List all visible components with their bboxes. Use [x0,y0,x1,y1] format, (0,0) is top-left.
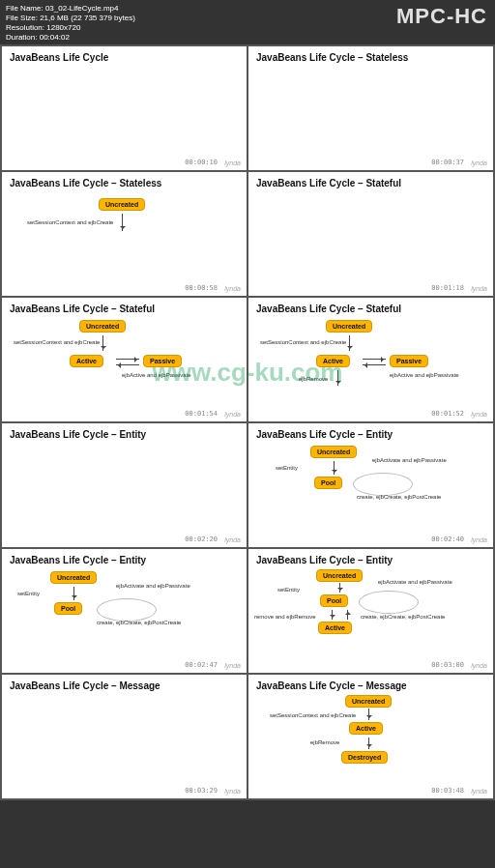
thumb-timestamp: 00:01:54 [185,410,218,418]
label-activate-passivate: ejbActive and ejbPassivate [390,372,459,378]
label-activate-passivate: ejbActivate and ejbPassivate [116,583,190,589]
brand-logo: lynda [224,411,241,418]
label-remove: ejbRemove [299,376,328,382]
state-pool: Pool [54,602,82,615]
lifecycle-diagram: Uncreated setEntity ejbActivate and ejbP… [10,569,239,662]
app-logo: MPC-HC [396,4,487,29]
state-uncreated: Uncreated [79,320,126,333]
state-active: Active [316,355,350,367]
arrow-down-icon [73,587,74,600]
thumb-1[interactable]: JavaBeans Life Cycle 00:00:10 lynda [2,46,247,170]
media-meta: File Name: 03_02-LifeCycle.mp4 File Size… [6,4,135,43]
arrow-up-icon [347,610,348,620]
label-activate-passivate: ejbActivate and ejbPassivate [372,457,447,463]
arrow-down-icon [337,370,338,386]
state-uncreated: Uncreated [326,320,372,333]
thumb-11[interactable]: JavaBeans Life Cycle – Message 00:03:29 … [2,675,247,798]
slide-title: JavaBeans Life Cycle – Stateful [256,304,485,314]
lifecycle-diagram: Uncreated setEntity ejbActivate and ejbP… [256,444,485,536]
state-active: Active [349,722,383,735]
arrow-left-icon [363,364,386,365]
thumb-timestamp: 00:02:20 [185,535,218,543]
arrow-left-icon [116,364,139,365]
slide-title: JavaBeans Life Cycle – Stateless [10,178,239,188]
thumb-timestamp: 00:01:52 [431,410,464,418]
slide-title: JavaBeans Life Cycle – Entity [256,555,485,565]
state-pool: Pool [314,477,342,489]
label-create: create, ejbCreate, ejbPostCreate [361,614,445,620]
arrow-down-icon [368,709,369,720]
lifecycle-diagram: Uncreated setSessionContext and ejbCreat… [10,318,239,411]
arrow-down-icon [332,610,333,620]
arrow-down-icon [339,583,340,593]
thumb-5[interactable]: JavaBeans Life Cycle – Stateful Uncreate… [2,298,247,421]
slide-title: JavaBeans Life Cycle – Message [10,680,239,691]
slide-title: JavaBeans Life Cycle – Stateless [256,52,485,63]
brand-logo: lynda [224,536,241,543]
brand-logo: lynda [471,411,487,418]
label-create: create, ejbCreate, ejbPostCreate [97,620,181,625]
state-uncreated: Uncreated [310,446,357,458]
thumbnail-grid: JavaBeans Life Cycle 00:00:10 lynda Java… [0,44,495,800]
state-uncreated: Uncreated [345,695,392,708]
slide-title: JavaBeans Life Cycle – Message [256,680,485,691]
label-create: create, ejbCreate, ejbPostCreate [357,494,441,500]
label-activate-passivate: ejbActive and ejbPassivate [122,372,191,378]
label-activate-passivate: ejbActivate and ejbPassivate [378,579,452,585]
state-pool: Pool [320,594,348,607]
label-setentity: setEntity [17,591,40,596]
thumb-timestamp: 00:00:37 [431,159,464,166]
label-remove: ejbRemove [310,739,339,745]
lifecycle-diagram: Uncreated setSessionContext and ejbCreat… [10,192,239,285]
label-remove: remove and ejbRemove [254,614,316,620]
thumb-9[interactable]: JavaBeans Life Cycle – Entity Uncreated … [2,549,247,673]
arrow-down-icon [368,738,369,749]
loop-arrow-icon [353,473,413,496]
state-uncreated: Uncreated [316,569,363,582]
lifecycle-diagram: Uncreated setSessionContext and ejbCreat… [256,695,485,788]
slide-title: JavaBeans Life Cycle – Entity [256,429,485,440]
thumb-6[interactable]: JavaBeans Life Cycle – Stateful Uncreate… [248,298,493,421]
brand-logo: lynda [224,788,241,795]
state-passive: Passive [143,355,182,367]
thumb-12[interactable]: JavaBeans Life Cycle – Message Uncreated… [248,675,493,798]
lifecycle-diagram: Uncreated setSessionContext and ejbCreat… [256,318,485,411]
arrow-down-icon [334,461,335,475]
brand-logo: lynda [471,159,487,166]
thumb-timestamp: 00:02:40 [431,535,464,543]
state-destroyed: Destroyed [341,751,388,764]
thumb-timestamp: 00:00:10 [185,159,218,166]
thumb-2[interactable]: JavaBeans Life Cycle – Stateless 00:00:3… [248,46,493,170]
state-active: Active [318,622,352,634]
slide-title: JavaBeans Life Cycle [10,52,239,63]
label-context: setSessionContext and ejbCreate [14,339,100,345]
label-setentity: setEntity [276,465,298,471]
thumb-4[interactable]: JavaBeans Life Cycle – Stateful 00:01:18… [248,172,493,296]
thumb-8[interactable]: JavaBeans Life Cycle – Entity Uncreated … [248,423,493,547]
slide-title: JavaBeans Life Cycle – Stateful [10,304,239,314]
thumb-timestamp: 00:00:58 [185,284,218,292]
loop-arrow-icon [359,591,419,614]
brand-logo: lynda [224,662,241,669]
thumb-3[interactable]: JavaBeans Life Cycle – Stateless Uncreat… [2,172,247,296]
brand-logo: lynda [471,662,487,669]
thumb-10[interactable]: JavaBeans Life Cycle – Entity Uncreated … [248,549,493,673]
thumb-timestamp: 00:02:47 [185,661,218,669]
brand-logo: lynda [471,536,487,543]
thumb-timestamp: 00:03:00 [431,661,464,669]
slide-title: JavaBeans Life Cycle – Entity [10,555,239,565]
brand-logo: lynda [224,285,241,292]
arrow-right-icon [116,359,139,360]
label-context: setSessionContext and ejbCreate [27,219,113,225]
arrow-right-icon [363,359,386,360]
state-uncreated: Uncreated [50,571,97,584]
brand-logo: lynda [224,159,241,166]
thumb-7[interactable]: JavaBeans Life Cycle – Entity 00:02:20 l… [2,423,247,547]
brand-logo: lynda [471,788,487,795]
state-uncreated: Uncreated [99,198,145,211]
label-context: setSessionContext and ejbCreate [270,712,356,718]
state-active: Active [70,355,103,367]
label-setentity: setEntity [277,587,300,593]
thumb-timestamp: 00:03:48 [431,787,464,795]
header-bar: File Name: 03_02-LifeCycle.mp4 File Size… [0,0,495,44]
